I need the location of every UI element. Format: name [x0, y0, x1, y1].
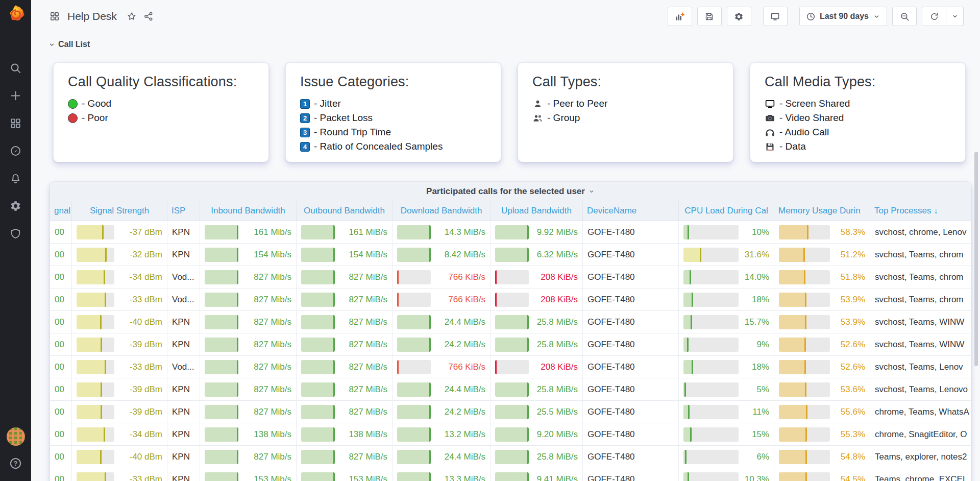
- tv-mode-button[interactable]: [763, 7, 788, 26]
- gauge-bar: [77, 472, 114, 481]
- text-cell: 00: [50, 221, 72, 243]
- gauge-value: 14.0%: [739, 272, 769, 282]
- save-dashboard-button[interactable]: [697, 7, 722, 26]
- gauge-value: 10%: [739, 227, 769, 237]
- gauge-bar: [683, 270, 739, 284]
- gauge-value: 208 KiB/s: [529, 295, 578, 305]
- column-header-7[interactable]: DeviceName: [583, 201, 679, 221]
- server-admin-shield-icon[interactable]: [10, 228, 21, 239]
- gauge-bar: [397, 293, 431, 307]
- gauge-bar: [779, 427, 830, 442]
- add-panel-button[interactable]: [668, 7, 692, 26]
- gauge-value: 25.5 MiB/s: [529, 407, 578, 417]
- text-cell: 00: [50, 333, 72, 355]
- gauge-cell: 827 Mib/s: [200, 446, 297, 468]
- table-row: 00-33 dBmVod...827 Mib/s827 MiB/s766 KiB…: [50, 288, 971, 311]
- gauge-value: 15%: [739, 429, 769, 440]
- text-cell: 00: [50, 288, 72, 310]
- gauge-value: 53.6%: [830, 384, 865, 395]
- gauge-bar: [77, 405, 114, 419]
- gauge-value: 13.2 MiB/s: [431, 429, 485, 440]
- gauge-bar: [205, 270, 238, 284]
- gauge-value: 766 KiB/s: [431, 272, 485, 282]
- zoom-out-button[interactable]: [892, 7, 917, 26]
- gauge-value: 55.6%: [830, 407, 865, 417]
- gauge-cell: 827 Mib/s: [200, 401, 297, 423]
- column-header-8[interactable]: CPU Load During Cal: [679, 201, 774, 221]
- gauge-value: 208 KiB/s: [529, 362, 578, 372]
- number-badge-4-icon: 4: [300, 142, 310, 152]
- gauge-cell: 6%: [679, 446, 774, 468]
- row-label: Call List: [58, 40, 90, 49]
- gauge-value: 25.8 MiB/s: [529, 452, 578, 462]
- dashboard-apps-icon[interactable]: [50, 11, 60, 21]
- gauge-bar: [495, 338, 529, 352]
- search-icon[interactable]: [10, 62, 21, 74]
- gauge-cell: 14.3 MiB/s: [393, 221, 491, 243]
- refresh-interval-dropdown[interactable]: [946, 7, 964, 26]
- gauge-cell: 51.2%: [774, 244, 870, 266]
- gauge-cell: 9.92 MiB/s: [491, 221, 583, 243]
- column-header-1[interactable]: Signal Strength: [72, 201, 167, 221]
- gauge-cell: 53.6%: [774, 378, 870, 400]
- gauge-value: -34 dBm: [114, 429, 162, 440]
- gauge-value: 53.9%: [830, 317, 865, 327]
- legend-item: - Video Shared: [765, 112, 951, 124]
- dashboards-grid-icon[interactable]: [10, 117, 21, 129]
- row-toggle-call-list[interactable]: Call List: [31, 40, 980, 49]
- headphones-icon: [765, 127, 775, 138]
- gauge-cell: 55.3%: [774, 423, 870, 445]
- column-header-2[interactable]: ISP: [167, 201, 200, 221]
- gauge-value: 766 KiB/s: [431, 362, 485, 372]
- legend-panels: Call Quality Classifications:- Good- Poo…: [53, 62, 966, 162]
- gauge-value: -39 dBm: [114, 407, 162, 417]
- text-cell: GOFE-T480: [583, 423, 679, 445]
- time-range-picker[interactable]: Last 90 days: [799, 7, 887, 26]
- gauge-cell: -34 dBm: [72, 423, 167, 445]
- sidebar-nav: [0, 62, 31, 239]
- column-header-10[interactable]: Top Processes↓: [870, 201, 971, 221]
- column-header-0[interactable]: gnal: [50, 201, 72, 221]
- column-header-5[interactable]: Download Bandwidth: [393, 201, 491, 221]
- grafana-logo[interactable]: [5, 4, 27, 26]
- gauge-cell: 25.8 MiB/s: [491, 333, 583, 355]
- create-plus-icon[interactable]: [10, 90, 21, 102]
- gauge-cell: -34 dBm: [72, 266, 167, 288]
- page-scrollbar-thumb[interactable]: [974, 152, 978, 366]
- user-avatar[interactable]: [7, 427, 25, 446]
- help-question-icon[interactable]: [9, 457, 22, 470]
- gauge-bar: [77, 382, 114, 397]
- gauge-value: -34 dBm: [114, 272, 162, 282]
- gauge-value: 827 MiB/s: [335, 407, 387, 417]
- gauge-bar: [495, 270, 529, 284]
- explore-compass-icon[interactable]: [10, 145, 21, 157]
- gauge-value: 138 Mib/s: [238, 429, 291, 440]
- refresh-button[interactable]: [922, 7, 946, 26]
- gauge-cell: 138 Mib/s: [200, 423, 297, 445]
- column-header-6[interactable]: Upload Bandwidth: [491, 201, 583, 221]
- gauge-cell: 138 MiB/s: [297, 423, 393, 445]
- dashboard-settings-button[interactable]: [727, 7, 751, 26]
- configuration-gear-icon[interactable]: [10, 200, 21, 212]
- share-icon[interactable]: [143, 11, 154, 21]
- gauge-cell: 5%: [679, 378, 774, 400]
- star-icon[interactable]: [127, 11, 137, 21]
- person-icon: [532, 99, 543, 109]
- alerting-bell-icon[interactable]: [10, 173, 21, 184]
- text-cell: 00: [50, 401, 72, 423]
- column-header-4[interactable]: Outbound Bandwidth: [297, 201, 393, 221]
- gauge-bar: [205, 225, 238, 239]
- gauge-cell: 208 KiB/s: [491, 288, 583, 310]
- gauge-bar: [495, 405, 529, 419]
- gauge-cell: 827 MiB/s: [297, 401, 393, 423]
- column-header-3[interactable]: Inbound Bandwidth: [200, 201, 297, 221]
- gauge-value: -40 dBm: [114, 317, 162, 327]
- gauge-cell: 18%: [679, 356, 774, 378]
- gauge-cell: 154 Mib/s: [200, 244, 297, 266]
- legend-item: - Poor: [68, 112, 254, 124]
- gauge-bar: [77, 427, 114, 442]
- text-cell: GOFE-T480: [583, 446, 679, 468]
- gauge-value: 14.3 MiB/s: [431, 227, 485, 237]
- panel-menu-chevron-icon[interactable]: [589, 188, 595, 195]
- column-header-9[interactable]: Memory Usage Durin: [774, 201, 870, 221]
